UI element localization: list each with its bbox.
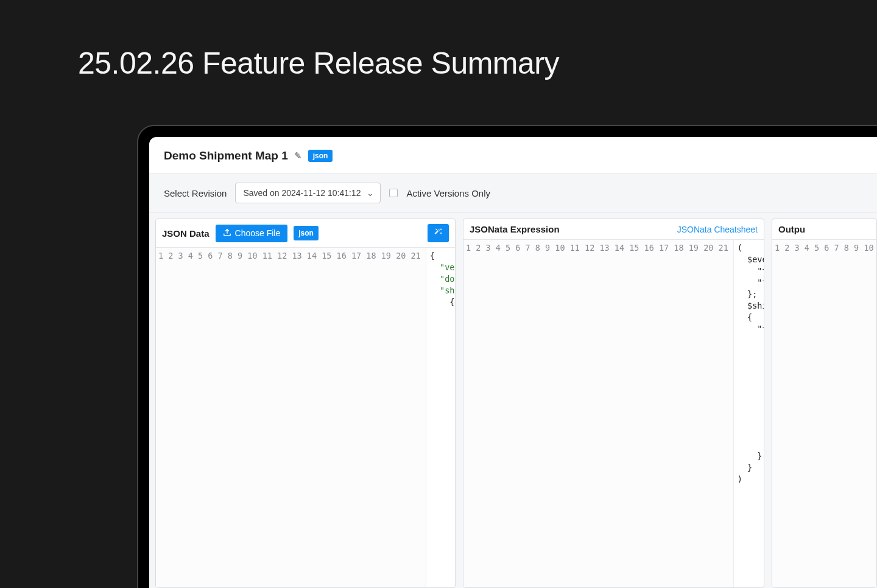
json-format-badge[interactable]: json — [294, 226, 319, 240]
pencil-icon[interactable]: ✎ — [294, 150, 302, 161]
json-badge: json — [308, 150, 333, 162]
app-screen: Demo Shipment Map 1 ✎ json Select Revisi… — [149, 137, 877, 588]
json-lines: { "version": "1.96", "doc_type": "shipme… — [426, 248, 455, 587]
json-panel-title: JSON Data — [162, 228, 210, 239]
chevron-down-icon: ⌄ — [367, 188, 374, 198]
revision-select[interactable]: Saved on 2024-11-12 10:41:12 ⌄ — [235, 183, 381, 203]
upload-icon — [223, 228, 231, 239]
panel-row: JSON Data Choose File json — [149, 212, 877, 588]
jsonata-cheatsheet-link[interactable]: JSONata Cheatsheet — [677, 225, 758, 234]
output-code-area[interactable]: 1 2 3 4 5 6 7 8 9 10 11 12 13 14 15 16 1… — [772, 240, 876, 587]
revision-select-label: Select Revision — [164, 188, 227, 198]
json-gutter: 1 2 3 4 5 6 7 8 9 10 11 12 13 14 15 16 1… — [156, 248, 426, 587]
output-gutter: 1 2 3 4 5 6 7 8 9 10 11 12 13 14 15 16 1… — [772, 240, 876, 587]
json-code-area[interactable]: 1 2 3 4 5 6 7 8 9 10 11 12 13 14 15 16 1… — [156, 248, 455, 587]
active-only-checkbox[interactable] — [389, 189, 398, 197]
json-data-panel: JSON Data Choose File json — [155, 219, 456, 588]
expr-panel-head: JSONata Expression JSONata Cheatsheet — [463, 219, 764, 240]
map-title: Demo Shipment Map 1 — [164, 149, 288, 163]
page-heading: 25.02.26 Feature Release Summary — [0, 0, 877, 81]
output-panel-head: Outpu — [772, 219, 876, 240]
expr-panel-title: JSONata Expression — [470, 224, 560, 234]
revision-selected-value: Saved on 2024-11-12 10:41:12 — [243, 188, 361, 198]
laptop-frame: Demo Shipment Map 1 ✎ json Select Revisi… — [137, 125, 877, 588]
expr-gutter: 1 2 3 4 5 6 7 8 9 10 11 12 13 14 15 16 1… — [463, 240, 734, 587]
output-panel: Outpu 1 2 3 4 5 6 7 8 9 10 11 12 13 14 1… — [772, 219, 877, 588]
active-only-label: Active Versions Only — [406, 188, 490, 198]
expr-code-area[interactable]: 1 2 3 4 5 6 7 8 9 10 11 12 13 14 15 16 1… — [463, 240, 764, 587]
magic-wand-icon — [434, 228, 443, 239]
revision-bar: Select Revision Saved on 2024-11-12 10:4… — [149, 173, 877, 212]
expr-lines: ( $eventCodes := { "t-key">"ARV""t-pun">… — [734, 240, 764, 587]
output-panel-title: Outpu — [778, 224, 805, 234]
jsonata-expression-panel: JSONata Expression JSONata Cheatsheet 1 … — [463, 219, 764, 588]
choose-file-label: Choose File — [235, 228, 281, 238]
magic-wand-button[interactable] — [428, 224, 449, 242]
json-panel-head: JSON Data Choose File json — [156, 219, 455, 248]
choose-file-button[interactable]: Choose File — [216, 225, 288, 242]
map-header: Demo Shipment Map 1 ✎ json — [149, 137, 877, 173]
